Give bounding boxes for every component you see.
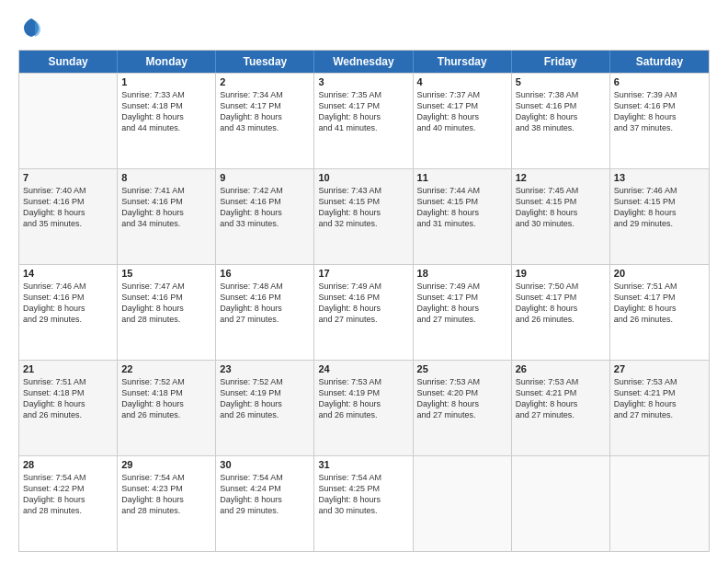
day-number: 14	[23, 268, 113, 279]
day-info: Sunrise: 7:35 AMSunset: 4:17 PMDaylight:…	[318, 89, 408, 134]
day-info: Sunrise: 7:54 AMSunset: 4:24 PMDaylight:…	[220, 472, 310, 517]
calendar-body: 1Sunrise: 7:33 AMSunset: 4:18 PMDaylight…	[19, 73, 709, 551]
calendar-cell-17: 17Sunrise: 7:49 AMSunset: 4:16 PMDayligh…	[314, 265, 413, 360]
calendar-cell-3: 3Sunrise: 7:35 AMSunset: 4:17 PMDaylight…	[314, 74, 413, 168]
day-number: 3	[318, 76, 408, 87]
day-number: 16	[220, 268, 310, 279]
calendar-cell-26: 26Sunrise: 7:53 AMSunset: 4:21 PMDayligh…	[512, 361, 610, 455]
calendar-cell-empty-4-5	[512, 456, 610, 551]
day-info: Sunrise: 7:43 AMSunset: 4:15 PMDaylight:…	[318, 185, 408, 230]
weekday-header-monday: Monday	[118, 51, 216, 73]
calendar-cell-11: 11Sunrise: 7:44 AMSunset: 4:15 PMDayligh…	[414, 169, 512, 264]
day-number: 9	[220, 172, 310, 183]
day-number: 23	[220, 363, 310, 374]
calendar-cell-30: 30Sunrise: 7:54 AMSunset: 4:24 PMDayligh…	[216, 456, 314, 551]
day-info: Sunrise: 7:51 AMSunset: 4:17 PMDaylight:…	[614, 281, 705, 326]
calendar-cell-22: 22Sunrise: 7:52 AMSunset: 4:18 PMDayligh…	[118, 361, 216, 455]
day-info: Sunrise: 7:38 AMSunset: 4:16 PMDaylight:…	[516, 89, 606, 134]
calendar-cell-13: 13Sunrise: 7:46 AMSunset: 4:15 PMDayligh…	[610, 169, 709, 264]
calendar-cell-19: 19Sunrise: 7:50 AMSunset: 4:17 PMDayligh…	[512, 265, 610, 360]
calendar-cell-27: 27Sunrise: 7:53 AMSunset: 4:21 PMDayligh…	[610, 361, 709, 455]
calendar-cell-7: 7Sunrise: 7:40 AMSunset: 4:16 PMDaylight…	[19, 169, 118, 264]
day-info: Sunrise: 7:48 AMSunset: 4:16 PMDaylight:…	[220, 281, 310, 326]
calendar-cell-1: 1Sunrise: 7:33 AMSunset: 4:18 PMDaylight…	[118, 74, 216, 168]
calendar-cell-25: 25Sunrise: 7:53 AMSunset: 4:20 PMDayligh…	[414, 361, 512, 455]
day-info: Sunrise: 7:54 AMSunset: 4:22 PMDaylight:…	[23, 472, 113, 517]
day-info: Sunrise: 7:53 AMSunset: 4:21 PMDaylight:…	[516, 376, 606, 421]
day-info: Sunrise: 7:49 AMSunset: 4:17 PMDaylight:…	[417, 281, 507, 326]
day-number: 6	[614, 76, 705, 87]
day-number: 25	[417, 363, 507, 374]
weekday-header-friday: Friday	[512, 51, 610, 73]
calendar-cell-9: 9Sunrise: 7:42 AMSunset: 4:16 PMDaylight…	[216, 169, 314, 264]
day-number: 21	[23, 363, 113, 374]
day-number: 31	[318, 459, 408, 470]
calendar-cell-empty-4-6	[610, 456, 709, 551]
calendar-row-1: 7Sunrise: 7:40 AMSunset: 4:16 PMDaylight…	[19, 168, 709, 264]
day-number: 13	[614, 172, 705, 183]
day-number: 22	[121, 363, 211, 374]
day-number: 29	[121, 459, 211, 470]
day-info: Sunrise: 7:53 AMSunset: 4:20 PMDaylight:…	[417, 376, 507, 421]
day-info: Sunrise: 7:49 AMSunset: 4:16 PMDaylight:…	[318, 281, 408, 326]
weekday-header-thursday: Thursday	[414, 51, 512, 73]
day-number: 2	[220, 76, 310, 87]
calendar-cell-24: 24Sunrise: 7:53 AMSunset: 4:19 PMDayligh…	[314, 361, 413, 455]
calendar-row-0: 1Sunrise: 7:33 AMSunset: 4:18 PMDaylight…	[19, 73, 709, 168]
calendar-cell-21: 21Sunrise: 7:51 AMSunset: 4:18 PMDayligh…	[19, 361, 118, 455]
calendar-header: SundayMondayTuesdayWednesdayThursdayFrid…	[19, 51, 709, 73]
day-number: 26	[516, 363, 606, 374]
day-info: Sunrise: 7:54 AMSunset: 4:23 PMDaylight:…	[121, 472, 211, 517]
day-number: 11	[417, 172, 507, 183]
day-number: 12	[516, 172, 606, 183]
day-info: Sunrise: 7:52 AMSunset: 4:18 PMDaylight:…	[121, 376, 211, 421]
day-number: 5	[516, 76, 606, 87]
day-info: Sunrise: 7:34 AMSunset: 4:17 PMDaylight:…	[220, 89, 310, 134]
calendar-cell-2: 2Sunrise: 7:34 AMSunset: 4:17 PMDaylight…	[216, 74, 314, 168]
calendar-cell-29: 29Sunrise: 7:54 AMSunset: 4:23 PMDayligh…	[118, 456, 216, 551]
weekday-header-sunday: Sunday	[19, 51, 118, 73]
day-number: 18	[417, 268, 507, 279]
logo	[18, 15, 48, 40]
day-info: Sunrise: 7:39 AMSunset: 4:16 PMDaylight:…	[614, 89, 705, 134]
day-info: Sunrise: 7:52 AMSunset: 4:19 PMDaylight:…	[220, 376, 310, 421]
calendar-cell-8: 8Sunrise: 7:41 AMSunset: 4:16 PMDaylight…	[118, 169, 216, 264]
day-number: 30	[220, 459, 310, 470]
calendar-cell-empty-0-0	[19, 74, 118, 168]
day-info: Sunrise: 7:53 AMSunset: 4:19 PMDaylight:…	[318, 376, 408, 421]
calendar-cell-28: 28Sunrise: 7:54 AMSunset: 4:22 PMDayligh…	[19, 456, 118, 551]
weekday-header-saturday: Saturday	[610, 51, 709, 73]
day-number: 4	[417, 76, 507, 87]
calendar-cell-14: 14Sunrise: 7:46 AMSunset: 4:16 PMDayligh…	[19, 265, 118, 360]
day-number: 19	[516, 268, 606, 279]
day-info: Sunrise: 7:46 AMSunset: 4:16 PMDaylight:…	[23, 281, 113, 326]
day-info: Sunrise: 7:50 AMSunset: 4:17 PMDaylight:…	[516, 281, 606, 326]
calendar-cell-31: 31Sunrise: 7:54 AMSunset: 4:25 PMDayligh…	[314, 456, 413, 551]
calendar-cell-16: 16Sunrise: 7:48 AMSunset: 4:16 PMDayligh…	[216, 265, 314, 360]
calendar-cell-4: 4Sunrise: 7:37 AMSunset: 4:17 PMDaylight…	[414, 74, 512, 168]
page: SundayMondayTuesdayWednesdayThursdayFrid…	[0, 0, 728, 563]
day-number: 27	[614, 363, 705, 374]
day-info: Sunrise: 7:40 AMSunset: 4:16 PMDaylight:…	[23, 185, 113, 230]
calendar-row-3: 21Sunrise: 7:51 AMSunset: 4:18 PMDayligh…	[19, 360, 709, 455]
day-info: Sunrise: 7:54 AMSunset: 4:25 PMDaylight:…	[318, 472, 408, 517]
calendar-row-2: 14Sunrise: 7:46 AMSunset: 4:16 PMDayligh…	[19, 264, 709, 360]
day-number: 15	[121, 268, 211, 279]
calendar-cell-20: 20Sunrise: 7:51 AMSunset: 4:17 PMDayligh…	[610, 265, 709, 360]
calendar-cell-18: 18Sunrise: 7:49 AMSunset: 4:17 PMDayligh…	[414, 265, 512, 360]
day-info: Sunrise: 7:33 AMSunset: 4:18 PMDaylight:…	[121, 89, 211, 134]
day-info: Sunrise: 7:46 AMSunset: 4:15 PMDaylight:…	[614, 185, 705, 230]
day-number: 28	[23, 459, 113, 470]
weekday-header-tuesday: Tuesday	[216, 51, 314, 73]
day-info: Sunrise: 7:51 AMSunset: 4:18 PMDaylight:…	[23, 376, 113, 421]
day-number: 20	[614, 268, 705, 279]
day-info: Sunrise: 7:37 AMSunset: 4:17 PMDaylight:…	[417, 89, 507, 134]
logo-icon	[18, 15, 44, 40]
calendar-cell-empty-4-4	[414, 456, 512, 551]
weekday-header-wednesday: Wednesday	[314, 51, 413, 73]
day-info: Sunrise: 7:45 AMSunset: 4:15 PMDaylight:…	[516, 185, 606, 230]
calendar-cell-15: 15Sunrise: 7:47 AMSunset: 4:16 PMDayligh…	[118, 265, 216, 360]
calendar-cell-12: 12Sunrise: 7:45 AMSunset: 4:15 PMDayligh…	[512, 169, 610, 264]
day-number: 24	[318, 363, 408, 374]
day-number: 8	[121, 172, 211, 183]
